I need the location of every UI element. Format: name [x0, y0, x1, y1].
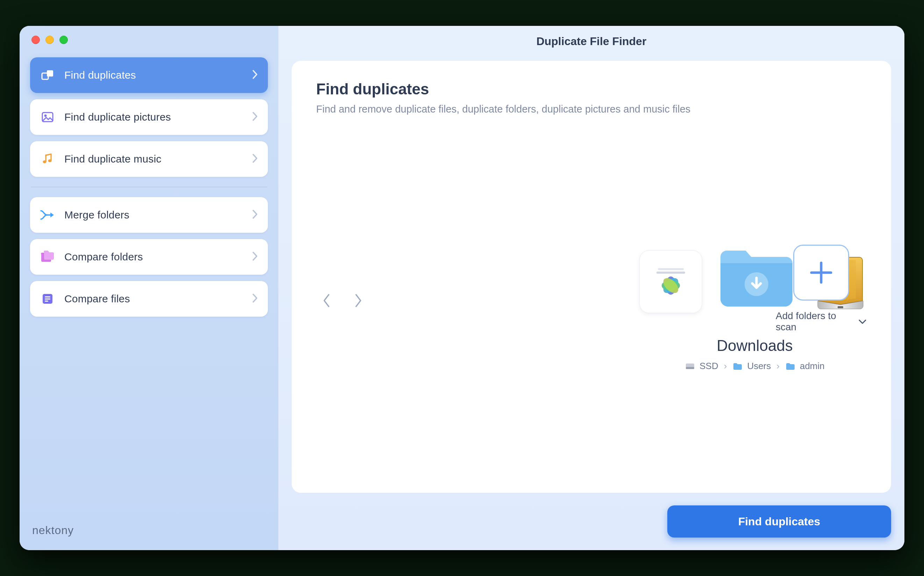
chevron-right-icon [252, 293, 258, 305]
sidebar-item-label: Compare folders [64, 251, 252, 263]
app-window: Find duplicates Find duplicate pictures [19, 26, 905, 550]
footer-bar: Find duplicates [278, 501, 905, 550]
location-breadcrumb: SSD › Users › admin [685, 361, 825, 371]
sidebar: Find duplicates Find duplicate pictures [19, 26, 278, 550]
brand-logo: nektony [30, 520, 268, 543]
duplicates-icon [39, 67, 56, 83]
svg-rect-9 [45, 301, 48, 302]
music-icon [39, 150, 56, 167]
chevron-right-icon: › [723, 361, 728, 371]
content-panel: Find duplicates Find and remove duplicat… [292, 61, 891, 493]
carousel-next-button[interactable] [348, 290, 369, 311]
add-folder-button[interactable] [793, 245, 849, 301]
svg-rect-10 [658, 268, 684, 270]
folder-icon [785, 362, 796, 371]
fullscreen-window-button[interactable] [59, 36, 68, 44]
compare-files-icon [39, 290, 56, 307]
minimize-window-button[interactable] [45, 36, 54, 44]
chevron-right-icon [252, 111, 258, 123]
svg-point-3 [45, 115, 47, 117]
carousel-prev-button[interactable] [316, 290, 337, 311]
location-stack: Downloads SSD › Users [744, 229, 765, 371]
location-downloads-folder[interactable] [716, 243, 797, 313]
svg-rect-8 [45, 299, 50, 299]
sidebar-nav: Find duplicates Find duplicate pictures [30, 57, 268, 317]
location-carousel: Downloads SSD › Users [316, 122, 867, 479]
sidebar-item-label: Find duplicate music [64, 153, 252, 165]
sidebar-item-label: Find duplicate pictures [64, 111, 252, 123]
find-duplicates-button[interactable]: Find duplicates [667, 506, 891, 538]
brand-text: nektony [32, 524, 74, 536]
window-controls [32, 36, 268, 44]
photos-app-icon [651, 262, 690, 302]
svg-rect-1 [47, 70, 53, 77]
sidebar-divider [31, 187, 267, 187]
main-pane: Duplicate File Finder Find duplicates Fi… [278, 26, 905, 550]
chevron-right-icon: › [775, 361, 781, 371]
sidebar-item-compare-folders[interactable]: Compare folders [30, 239, 268, 275]
sidebar-item-label: Compare files [64, 293, 252, 305]
chevron-right-icon [252, 69, 258, 81]
add-folders-dropdown[interactable]: Add folders to scan [776, 310, 867, 333]
page-heading: Find duplicates [316, 80, 867, 98]
breadcrumb-segment[interactable]: Users [747, 361, 771, 371]
folder-icon [732, 362, 743, 371]
add-folders-label: Add folders to scan [776, 310, 855, 333]
merge-icon [39, 206, 56, 223]
sidebar-item-label: Merge folders [64, 209, 252, 221]
sidebar-item-label: Find duplicates [64, 69, 252, 81]
chevron-right-icon [252, 251, 258, 263]
breadcrumb-segment[interactable]: SSD [699, 361, 718, 371]
sidebar-item-compare-files[interactable]: Compare files [30, 281, 268, 317]
location-photos-library[interactable] [639, 250, 702, 313]
window-title-text: Duplicate File Finder [536, 35, 646, 48]
selected-location-name: Downloads [717, 337, 793, 354]
window-title: Duplicate File Finder [278, 26, 905, 57]
sidebar-item-find-duplicate-music[interactable]: Find duplicate music [30, 141, 268, 177]
chevron-right-icon [252, 153, 258, 165]
breadcrumb-segment[interactable]: admin [800, 361, 825, 371]
svg-point-5 [48, 159, 52, 162]
compare-folders-icon [39, 248, 56, 265]
svg-point-4 [43, 160, 47, 163]
chevron-down-icon [858, 316, 867, 327]
sidebar-item-merge-folders[interactable]: Merge folders [30, 197, 268, 233]
primary-button-label: Find duplicates [738, 515, 820, 528]
svg-rect-23 [686, 367, 694, 369]
sidebar-item-find-duplicates[interactable]: Find duplicates [30, 57, 268, 93]
plus-icon [807, 258, 836, 287]
sidebar-item-find-duplicate-pictures[interactable]: Find duplicate pictures [30, 99, 268, 135]
svg-rect-11 [656, 272, 685, 274]
close-window-button[interactable] [32, 36, 40, 44]
page-subheading: Find and remove duplicate files, duplica… [316, 104, 867, 115]
picture-icon [39, 109, 56, 125]
svg-rect-7 [45, 296, 50, 298]
drive-icon [685, 362, 695, 371]
chevron-right-icon [252, 209, 258, 221]
